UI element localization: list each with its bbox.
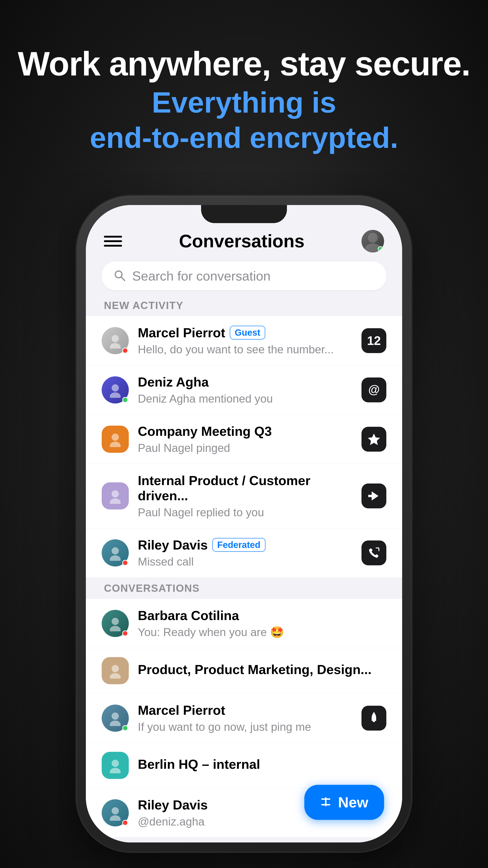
conv-content: Berlin HQ – internal bbox=[138, 756, 386, 774]
list-item[interactable]: Marcel Pierrot Guest Hello, do you want … bbox=[86, 316, 402, 365]
conv-name-row: Product, Product Marketing, Design... bbox=[138, 662, 386, 677]
phone-screen: Conversations Search for conversation bbox=[86, 205, 402, 842]
svg-point-7 bbox=[111, 434, 119, 441]
conv-avatar-wrapper bbox=[102, 799, 129, 827]
conv-avatar bbox=[102, 657, 129, 684]
svg-point-25 bbox=[110, 768, 121, 773]
conv-name: Berlin HQ – internal bbox=[138, 756, 260, 772]
list-item[interactable]: Internal Product / Customer driven... Pa… bbox=[86, 464, 402, 528]
conv-name: Internal Product / Customer driven... bbox=[138, 473, 352, 503]
conv-preview: Missed call bbox=[138, 555, 352, 568]
conv-name-row: Deniz Agha bbox=[138, 374, 352, 390]
phone-frame: Conversations Search for conversation bbox=[77, 196, 411, 851]
compose-icon bbox=[320, 796, 332, 809]
list-item[interactable]: Barbara Cotilina You: Ready when you are… bbox=[86, 599, 402, 648]
conv-preview: Paul Nagel pinged bbox=[138, 441, 352, 455]
new-activity-list: Marcel Pierrot Guest Hello, do you want … bbox=[86, 316, 402, 578]
svg-point-26 bbox=[111, 807, 119, 814]
svg-rect-30 bbox=[325, 797, 326, 806]
search-icon bbox=[113, 269, 127, 283]
conv-badge: Federated bbox=[213, 538, 265, 552]
svg-point-10 bbox=[111, 490, 119, 498]
conv-avatar bbox=[102, 483, 129, 509]
svg-point-5 bbox=[110, 393, 121, 398]
menu-button[interactable] bbox=[104, 236, 122, 247]
svg-point-8 bbox=[110, 442, 121, 447]
conv-avatar-wrapper bbox=[102, 327, 129, 354]
conv-name: Marcel Pierrot bbox=[138, 703, 225, 718]
conversations-label: CONVERSATIONS bbox=[104, 582, 200, 594]
conv-name: Riley Davis bbox=[138, 537, 208, 553]
svg-text:@: @ bbox=[368, 383, 380, 396]
conversations-header: CONVERSATIONS bbox=[86, 578, 402, 599]
conv-preview: You: Ready when you are 🤩 bbox=[138, 626, 386, 639]
status-indicator bbox=[122, 560, 128, 566]
headline-subtitle: Everything is end-to-end encrypted. bbox=[18, 85, 470, 155]
user-avatar[interactable] bbox=[361, 230, 384, 252]
conv-content: Internal Product / Customer driven... Pa… bbox=[138, 473, 352, 519]
svg-point-11 bbox=[110, 498, 121, 504]
svg-line-1 bbox=[121, 277, 125, 281]
conv-name: Marcel Pierrot bbox=[138, 325, 225, 340]
svg-rect-22 bbox=[373, 721, 375, 722]
conv-name: Deniz Agha bbox=[138, 374, 209, 390]
svg-point-18 bbox=[111, 665, 119, 672]
svg-point-2 bbox=[111, 335, 119, 342]
conv-name-row: Barbara Cotilina bbox=[138, 608, 386, 623]
conv-avatar bbox=[102, 752, 129, 779]
svg-point-24 bbox=[111, 760, 119, 767]
headline-title: Work anywhere, stay secure. bbox=[18, 45, 470, 83]
conv-name-row: Marcel Pierrot Guest bbox=[138, 325, 352, 340]
conv-name: Riley Davis bbox=[138, 797, 208, 812]
svg-point-21 bbox=[110, 721, 121, 726]
status-indicator bbox=[122, 630, 128, 636]
conv-name-row: Riley Davis Federated bbox=[138, 537, 352, 553]
list-item[interactable]: Berlin HQ – internal bbox=[86, 743, 402, 788]
app-content: Conversations Search for conversation bbox=[86, 205, 402, 842]
svg-point-17 bbox=[110, 626, 121, 631]
fab-label: New bbox=[338, 794, 368, 811]
svg-point-19 bbox=[110, 673, 121, 679]
conv-action: 12 bbox=[361, 328, 386, 353]
svg-point-4 bbox=[111, 384, 119, 392]
conv-action bbox=[361, 540, 386, 565]
search-bar[interactable]: Search for conversation bbox=[102, 261, 386, 290]
conv-action bbox=[361, 427, 386, 452]
status-indicator bbox=[122, 348, 128, 353]
conv-preview: Deniz Agha mentioned you bbox=[138, 392, 352, 405]
conv-name-row: Marcel Pierrot bbox=[138, 703, 352, 718]
search-placeholder: Search for conversation bbox=[132, 268, 271, 283]
conv-avatar bbox=[102, 426, 129, 453]
svg-point-12 bbox=[111, 547, 119, 555]
conv-name-row: Company Meeting Q3 bbox=[138, 424, 352, 439]
conv-name: Barbara Cotilina bbox=[138, 608, 239, 623]
conv-preview: Paul Nagel replied to you bbox=[138, 506, 352, 519]
list-item[interactable]: Company Meeting Q3 Paul Nagel pinged bbox=[86, 414, 402, 464]
conv-content: Marcel Pierrot Guest Hello, do you want … bbox=[138, 325, 352, 356]
conv-avatar-wrapper bbox=[102, 610, 129, 637]
new-activity-header: NEW ACTIVITY bbox=[86, 295, 402, 316]
new-conversation-button[interactable]: New bbox=[304, 785, 384, 820]
online-indicator bbox=[378, 246, 383, 252]
conv-name-row: Internal Product / Customer driven... bbox=[138, 473, 352, 503]
conv-badge: Guest bbox=[230, 326, 265, 340]
conv-action bbox=[361, 706, 386, 731]
phone-wrapper: Conversations Search for conversation bbox=[77, 196, 411, 851]
conv-avatar-wrapper bbox=[102, 376, 129, 403]
conv-content: Deniz Agha Deniz Agha mentioned you bbox=[138, 374, 352, 405]
conv-name: Company Meeting Q3 bbox=[138, 424, 272, 439]
status-indicator bbox=[122, 820, 128, 826]
list-item[interactable]: Product, Product Marketing, Design... bbox=[86, 648, 402, 693]
list-item[interactable]: Riley Davis Federated Missed call bbox=[86, 528, 402, 578]
svg-point-23 bbox=[373, 712, 375, 714]
headline-section: Work anywhere, stay secure. Everything i… bbox=[18, 45, 470, 155]
list-item[interactable]: Deniz Agha Deniz Agha mentioned you @ bbox=[86, 365, 402, 414]
conv-content: Riley Davis Federated Missed call bbox=[138, 537, 352, 568]
list-item[interactable]: Marcel Pierrot If you want to go now, ju… bbox=[86, 693, 402, 743]
conv-name: Product, Product Marketing, Design... bbox=[138, 662, 371, 677]
conv-avatar-wrapper bbox=[102, 539, 129, 566]
svg-point-27 bbox=[110, 815, 121, 821]
conv-content: Barbara Cotilina You: Ready when you are… bbox=[138, 608, 386, 639]
conv-content: Company Meeting Q3 Paul Nagel pinged bbox=[138, 424, 352, 455]
svg-point-13 bbox=[110, 555, 121, 561]
